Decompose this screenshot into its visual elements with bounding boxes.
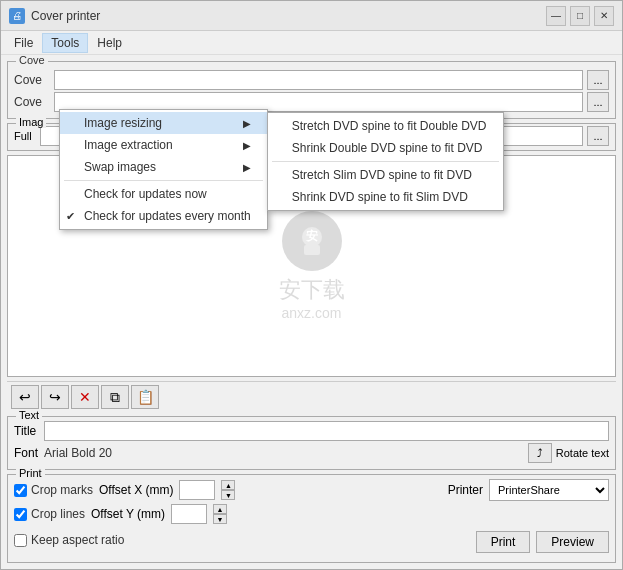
submenu-stretch-slim-dvd[interactable]: Stretch Slim DVD spine to fit DVD <box>268 164 503 186</box>
stretch-slim-dvd-label: Stretch Slim DVD spine to fit DVD <box>292 168 472 182</box>
menu-image-extraction[interactable]: Image extraction ▶ <box>60 134 267 156</box>
cover-section-label: Cove <box>16 55 48 66</box>
check-month-checkmark: ✔ <box>66 210 75 223</box>
minimize-button[interactable]: — <box>546 6 566 26</box>
image-extraction-arrow: ▶ <box>227 140 251 151</box>
title-bar: 🖨 Cover printer — □ ✕ <box>1 1 622 31</box>
shrink-double-dvd-label: Shrink Double DVD spine to fit DVD <box>292 141 483 155</box>
app-body: Cove Cove ... Cove ... Imag Full <box>1 55 622 569</box>
app-icon: 🖨 <box>9 8 25 24</box>
image-resizing-label: Image resizing <box>84 116 162 130</box>
menu-tools[interactable]: Tools <box>42 33 88 53</box>
window-title: Cover printer <box>31 9 546 23</box>
swap-images-arrow: ▶ <box>227 162 251 173</box>
stretch-dvd-spine-label: Stretch DVD spine to fit Double DVD <box>292 119 487 133</box>
submenu-separator <box>272 161 499 162</box>
tools-separator <box>64 180 263 181</box>
cover-browse-btn-1[interactable]: ... <box>587 70 609 90</box>
image-extraction-label: Image extraction <box>84 138 173 152</box>
menu-image-resizing[interactable]: Image resizing ▶ Stretch DVD spine to fi… <box>60 112 267 134</box>
menu-check-updates-now[interactable]: Check for updates now <box>60 183 267 205</box>
maximize-button[interactable]: □ <box>570 6 590 26</box>
menu-swap-images[interactable]: Swap images ▶ <box>60 156 267 178</box>
cover-label-2: Cove <box>14 95 50 109</box>
swap-images-label: Swap images <box>84 160 156 174</box>
main-window: 🖨 Cover printer — □ ✕ File Tools Help Co… <box>0 0 623 570</box>
submenu-shrink-double-dvd[interactable]: Shrink Double DVD spine to fit DVD <box>268 137 503 159</box>
submenu-shrink-dvd-slim[interactable]: Shrink DVD spine to fit Slim DVD <box>268 186 503 208</box>
check-updates-month-label: Check for updates every month <box>84 209 251 223</box>
image-resize-submenu: Stretch DVD spine to fit Double DVD Shri… <box>267 112 504 211</box>
menu-check-updates-month[interactable]: ✔ Check for updates every month <box>60 205 267 227</box>
menu-file[interactable]: File <box>5 33 42 53</box>
dropdown-overlay: Image resizing ▶ Stretch DVD spine to fi… <box>1 109 622 569</box>
shrink-dvd-slim-label: Shrink DVD spine to fit Slim DVD <box>292 190 468 204</box>
tools-dropdown-menu: Image resizing ▶ Stretch DVD spine to fi… <box>59 109 268 230</box>
cover-label-1: Cove <box>14 73 50 87</box>
menubar: File Tools Help <box>1 31 622 55</box>
close-button[interactable]: ✕ <box>594 6 614 26</box>
menu-help[interactable]: Help <box>88 33 131 53</box>
cover-input-1[interactable] <box>54 70 583 90</box>
window-controls: — □ ✕ <box>546 6 614 26</box>
cover-row-1: Cove ... <box>14 70 609 90</box>
check-updates-now-label: Check for updates now <box>84 187 207 201</box>
image-resizing-arrow: ▶ <box>227 118 251 129</box>
submenu-stretch-dvd-spine[interactable]: Stretch DVD spine to fit Double DVD <box>268 115 503 137</box>
